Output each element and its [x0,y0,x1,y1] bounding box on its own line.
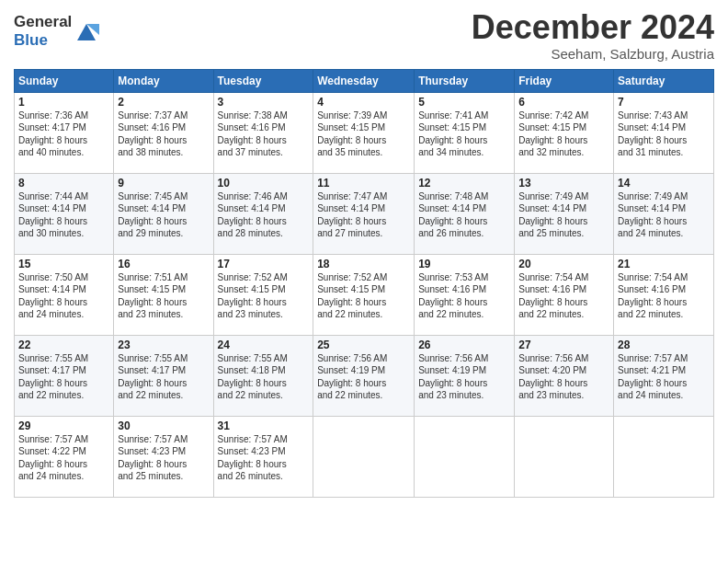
day-number: 7 [618,96,710,109]
table-row: 30Sunrise: 7:57 AMSunset: 4:23 PMDayligh… [114,416,213,497]
day-number: 10 [218,177,310,190]
day-info: Sunrise: 7:55 AMSunset: 4:17 PMDaylight:… [18,352,109,402]
day-number: 14 [618,177,710,190]
table-row: 10Sunrise: 7:46 AMSunset: 4:14 PMDayligh… [213,173,313,254]
table-row: 13Sunrise: 7:49 AMSunset: 4:14 PMDayligh… [515,173,614,254]
table-row: 31Sunrise: 7:57 AMSunset: 4:23 PMDayligh… [213,416,313,497]
calendar-header-row: Sunday Monday Tuesday Wednesday Thursday… [15,69,714,92]
day-info: Sunrise: 7:48 AMSunset: 4:14 PMDaylight:… [418,190,510,240]
day-info: Sunrise: 7:54 AMSunset: 4:16 PMDaylight:… [518,271,609,321]
day-info: Sunrise: 7:56 AMSunset: 4:20 PMDaylight:… [518,352,609,402]
table-row: 2Sunrise: 7:37 AMSunset: 4:16 PMDaylight… [114,92,213,173]
day-info: Sunrise: 7:36 AMSunset: 4:17 PMDaylight:… [18,109,109,159]
day-number: 16 [118,258,209,270]
col-wednesday: Wednesday [313,69,415,92]
table-row: 15Sunrise: 7:50 AMSunset: 4:14 PMDayligh… [15,254,114,335]
table-row: 4Sunrise: 7:39 AMSunset: 4:15 PMDaylight… [313,92,415,173]
day-info: Sunrise: 7:53 AMSunset: 4:16 PMDaylight:… [418,271,510,321]
day-info: Sunrise: 7:43 AMSunset: 4:14 PMDaylight:… [618,109,710,159]
day-info: Sunrise: 7:39 AMSunset: 4:15 PMDaylight:… [317,109,410,159]
table-row: 24Sunrise: 7:55 AMSunset: 4:18 PMDayligh… [213,335,313,416]
table-row: 7Sunrise: 7:43 AMSunset: 4:14 PMDaylight… [614,92,714,173]
calendar-table: Sunday Monday Tuesday Wednesday Thursday… [14,69,714,498]
day-number: 23 [118,339,209,351]
day-number: 8 [18,177,109,190]
day-info: Sunrise: 7:51 AMSunset: 4:15 PMDaylight:… [118,271,209,321]
location: Seeham, Salzburg, Austria [472,46,714,62]
day-info: Sunrise: 7:57 AMSunset: 4:21 PMDaylight:… [618,352,710,402]
month-title: December 2024 [472,9,714,46]
table-row: 17Sunrise: 7:52 AMSunset: 4:15 PMDayligh… [213,254,313,335]
day-number: 18 [317,258,410,270]
table-row: 25Sunrise: 7:56 AMSunset: 4:19 PMDayligh… [313,335,415,416]
logo-general: General [14,13,72,31]
day-info: Sunrise: 7:55 AMSunset: 4:18 PMDaylight:… [218,352,310,402]
day-number: 12 [418,177,510,190]
table-row: 5Sunrise: 7:41 AMSunset: 4:15 PMDaylight… [415,92,515,173]
table-row: 18Sunrise: 7:52 AMSunset: 4:15 PMDayligh… [313,254,415,335]
day-number: 27 [518,339,609,351]
day-number: 17 [218,258,310,270]
table-row: 21Sunrise: 7:54 AMSunset: 4:16 PMDayligh… [614,254,714,335]
table-row [515,416,614,497]
day-number: 28 [618,339,710,351]
table-row: 28Sunrise: 7:57 AMSunset: 4:21 PMDayligh… [614,335,714,416]
day-number: 15 [18,258,109,270]
day-number: 3 [218,96,310,109]
table-row [614,416,714,497]
day-number: 24 [218,339,310,351]
day-number: 25 [317,339,410,351]
day-info: Sunrise: 7:46 AMSunset: 4:14 PMDaylight:… [218,190,310,240]
day-info: Sunrise: 7:56 AMSunset: 4:19 PMDaylight:… [317,352,410,402]
day-number: 22 [18,339,109,351]
day-number: 5 [418,96,510,109]
table-row: 23Sunrise: 7:55 AMSunset: 4:17 PMDayligh… [114,335,213,416]
day-info: Sunrise: 7:45 AMSunset: 4:14 PMDaylight:… [118,190,209,240]
day-number: 19 [418,258,510,270]
calendar-week-row: 8Sunrise: 7:44 AMSunset: 4:14 PMDaylight… [15,173,714,254]
table-row: 29Sunrise: 7:57 AMSunset: 4:22 PMDayligh… [15,416,114,497]
logo-icon [74,18,99,44]
day-number: 9 [118,177,209,190]
calendar-week-row: 22Sunrise: 7:55 AMSunset: 4:17 PMDayligh… [15,335,714,416]
day-number: 11 [317,177,410,190]
day-info: Sunrise: 7:49 AMSunset: 4:14 PMDaylight:… [618,190,710,240]
day-info: Sunrise: 7:47 AMSunset: 4:14 PMDaylight:… [317,190,410,240]
day-info: Sunrise: 7:52 AMSunset: 4:15 PMDaylight:… [218,271,310,321]
day-info: Sunrise: 7:38 AMSunset: 4:16 PMDaylight:… [218,109,310,159]
header: General Blue December 2024 Seeham, Salzb… [14,9,714,62]
calendar-week-row: 15Sunrise: 7:50 AMSunset: 4:14 PMDayligh… [15,254,714,335]
table-row: 27Sunrise: 7:56 AMSunset: 4:20 PMDayligh… [515,335,614,416]
table-row: 22Sunrise: 7:55 AMSunset: 4:17 PMDayligh… [15,335,114,416]
table-row: 14Sunrise: 7:49 AMSunset: 4:14 PMDayligh… [614,173,714,254]
day-info: Sunrise: 7:54 AMSunset: 4:16 PMDaylight:… [618,271,710,321]
day-info: Sunrise: 7:41 AMSunset: 4:15 PMDaylight:… [418,109,510,159]
day-info: Sunrise: 7:42 AMSunset: 4:15 PMDaylight:… [518,109,609,159]
table-row: 1Sunrise: 7:36 AMSunset: 4:17 PMDaylight… [15,92,114,173]
day-info: Sunrise: 7:57 AMSunset: 4:23 PMDaylight:… [118,433,209,483]
day-number: 26 [418,339,510,351]
calendar-week-row: 1Sunrise: 7:36 AMSunset: 4:17 PMDaylight… [15,92,714,173]
day-number: 13 [518,177,609,190]
day-info: Sunrise: 7:52 AMSunset: 4:15 PMDaylight:… [317,271,410,321]
day-number: 6 [518,96,609,109]
day-number: 21 [618,258,710,270]
day-info: Sunrise: 7:49 AMSunset: 4:14 PMDaylight:… [518,190,609,240]
table-row: 3Sunrise: 7:38 AMSunset: 4:16 PMDaylight… [213,92,313,173]
logo-blue: Blue [14,31,72,50]
day-info: Sunrise: 7:56 AMSunset: 4:19 PMDaylight:… [418,352,510,402]
col-thursday: Thursday [415,69,515,92]
table-row [415,416,515,497]
page: General Blue December 2024 Seeham, Salzb… [0,0,728,563]
day-info: Sunrise: 7:57 AMSunset: 4:22 PMDaylight:… [18,433,109,483]
table-row: 16Sunrise: 7:51 AMSunset: 4:15 PMDayligh… [114,254,213,335]
calendar-week-row: 29Sunrise: 7:57 AMSunset: 4:22 PMDayligh… [15,416,714,497]
col-friday: Friday [515,69,614,92]
table-row: 19Sunrise: 7:53 AMSunset: 4:16 PMDayligh… [415,254,515,335]
day-number: 31 [218,419,310,432]
day-number: 2 [118,96,209,109]
table-row: 12Sunrise: 7:48 AMSunset: 4:14 PMDayligh… [415,173,515,254]
col-tuesday: Tuesday [213,69,313,92]
day-number: 29 [18,419,109,432]
day-number: 30 [118,419,209,432]
